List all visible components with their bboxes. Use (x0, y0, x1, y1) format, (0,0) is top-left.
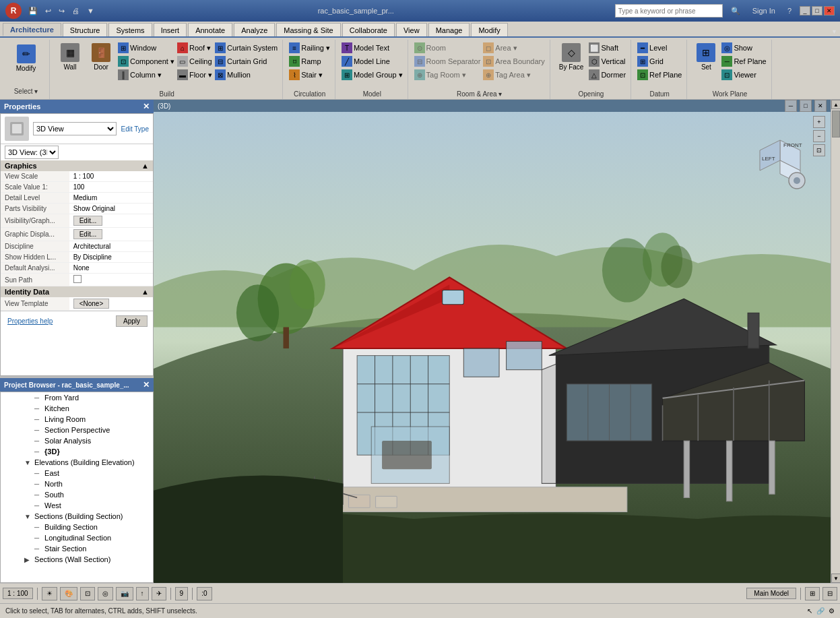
door-btn[interactable]: 🚪 Door (86, 41, 116, 73)
wall-btn[interactable]: ▦ Wall (55, 41, 85, 73)
vp-close[interactable]: ✕ (814, 100, 827, 112)
qa-save[interactable]: 💾 (26, 5, 40, 17)
prop-type-select[interactable]: 3D View (33, 122, 117, 135)
scroll-up-btn[interactable]: ▲ (831, 100, 840, 109)
pb-item-west[interactable]: ─ West (1, 500, 153, 511)
model-line-btn[interactable]: ╱ Model Line (341, 55, 403, 68)
pb-item-elevations[interactable]: ▼ Elevations (Building Elevation) (1, 457, 153, 468)
pb-item-kitchen[interactable]: ─ Kitchen (1, 403, 153, 414)
tab-architecture[interactable]: Architecture (3, 23, 61, 36)
pb-item-fromyard[interactable]: ─ From Yard (1, 392, 153, 403)
area-boundary-btn[interactable]: ⊡ Area Boundary (482, 55, 545, 68)
design-options-btn[interactable]: ⊟ (822, 587, 837, 600)
tab-collaborate[interactable]: Collaborate (342, 23, 395, 36)
prop-view-select[interactable]: 3D View: (3D) (5, 146, 59, 159)
tab-analyze[interactable]: Analyze (234, 23, 275, 36)
modify-btn[interactable]: ✏ Modify (7, 42, 45, 74)
tab-massing[interactable]: Massing & Site (276, 23, 340, 36)
scroll-down-btn[interactable]: ▼ (831, 574, 840, 583)
column-btn[interactable]: ║ Column ▾ (117, 68, 175, 82)
ref-plane2-btn[interactable]: ─ Ref Plane (721, 55, 767, 68)
pb-item-north[interactable]: ─ North (1, 478, 153, 489)
prop-parts-value[interactable]: Show Original (69, 204, 153, 214)
prop-apply-btn[interactable]: Apply (116, 315, 148, 327)
roof-btn[interactable]: ⌂ Roof ▾ (176, 41, 213, 55)
search-btn[interactable]: 🔍 (727, 5, 744, 17)
pb-item-stair-section[interactable]: ─ Stair Section (1, 543, 153, 554)
curtain-grid-btn[interactable]: ⊟ Curtain Grid (214, 55, 278, 68)
pb-item-south[interactable]: ─ South (1, 489, 153, 500)
area-btn[interactable]: ◻ Area ▾ (482, 41, 545, 55)
curtain-system-btn[interactable]: ⊞ Curtain System (214, 41, 278, 55)
template-btn[interactable]: <None> (73, 299, 110, 309)
close-btn[interactable]: ✕ (824, 6, 835, 16)
properties-close[interactable]: ✕ (143, 102, 150, 111)
vp-minimize[interactable]: ─ (785, 100, 797, 112)
set-btn[interactable]: ⊞ Set (692, 41, 719, 73)
coord-btn[interactable]: :0 (197, 587, 212, 600)
nav-cube[interactable]: LEFT FRONT (750, 133, 810, 194)
tab-structure[interactable]: Structure (63, 23, 108, 36)
vertical-btn[interactable]: ⬡ Vertical (588, 55, 626, 68)
qa-undo[interactable]: ↩ (42, 5, 54, 17)
tag-room-btn[interactable]: ⊕ Tag Room ▾ (414, 68, 482, 82)
qa-redo[interactable]: ↪ (56, 5, 67, 17)
tab-systems[interactable]: Systems (108, 23, 152, 36)
minimize-btn[interactable]: _ (800, 6, 810, 16)
vp-restore[interactable]: □ (800, 100, 812, 112)
railing-btn[interactable]: ≡ Railing ▾ (288, 41, 331, 55)
model-text-btn[interactable]: T Model Text (341, 41, 403, 55)
tab-view[interactable]: View (396, 23, 427, 36)
component-btn[interactable]: ⊡ Component ▾ (117, 55, 175, 68)
steering-btn[interactable]: ◎ (98, 587, 113, 600)
zoom-out-btn[interactable]: − (813, 130, 825, 142)
nav-btn[interactable]: ↑ (136, 587, 149, 600)
ramp-btn[interactable]: ⌑ Ramp (288, 55, 331, 68)
shaft-btn[interactable]: ⬜ Shaft (588, 41, 626, 55)
view-cube-btn[interactable]: ⊡ (80, 587, 95, 600)
scroll-thumb-v[interactable] (832, 111, 840, 137)
pb-item-3d[interactable]: ─ {3D} (1, 446, 153, 457)
tab-annotate[interactable]: Annotate (188, 23, 232, 36)
detail-btn[interactable]: 9 (175, 587, 189, 600)
camera-btn[interactable]: 📷 (116, 587, 133, 600)
pb-item-long-section[interactable]: ─ Longitudinal Section (1, 532, 153, 543)
tab-modify[interactable]: Modify (471, 23, 507, 36)
ref-plane-btn[interactable]: ⊡ Ref Plane (637, 68, 682, 82)
pb-item-livingroom[interactable]: ─ Living Room (1, 414, 153, 425)
tab-insert[interactable]: Insert (154, 23, 187, 36)
prop-viewscale-value[interactable]: 1 : 100 (69, 171, 153, 182)
sunpath-checkbox[interactable] (73, 275, 82, 283)
prop-analysis-value[interactable]: None (69, 263, 153, 274)
viewer-btn[interactable]: ⊡ Viewer (721, 68, 767, 82)
prop-detail-value[interactable]: Medium (69, 193, 153, 204)
pb-item-solar[interactable]: ─ Solar Analysis (1, 435, 153, 446)
tag-area-btn[interactable]: ⊕ Tag Area ▾ (482, 68, 545, 82)
graphics-section-header[interactable]: Graphics ▲ (1, 160, 153, 171)
project-browser[interactable]: ─ From Yard ─ Kitchen ─ Living Room ─ Se… (0, 392, 154, 583)
mullion-btn[interactable]: ⊠ Mullion (214, 68, 278, 82)
show-btn[interactable]: ◎ Show (721, 41, 767, 55)
pb-item-section-persp[interactable]: ─ Section Perspective (1, 425, 153, 435)
pb-item-sections-building[interactable]: ▼ Sections (Building Section) (1, 511, 153, 522)
stair-btn[interactable]: ⌇ Stair ▾ (288, 68, 331, 82)
qa-print[interactable]: 🖨 (69, 5, 82, 16)
search-input[interactable] (615, 4, 723, 18)
ribbon-expand[interactable]: ▼ (829, 27, 840, 36)
pb-item-east[interactable]: ─ East (1, 468, 153, 478)
prop-hidden-value[interactable]: By Discipline (69, 252, 153, 263)
floor-btn[interactable]: ▬ Floor ▾ (176, 68, 213, 82)
window-btn[interactable]: ⊞ Window (117, 41, 175, 55)
viewport[interactable]: (3D) ─ □ ✕ (154, 100, 831, 583)
room-btn[interactable]: ⊙ Room (414, 41, 482, 55)
grid-btn[interactable]: ⊞ Grid (637, 55, 682, 68)
level-btn[interactable]: ━ Level (637, 41, 682, 55)
prop-discipline-value[interactable]: Architectural (69, 241, 153, 252)
workset-btn[interactable]: ⊞ (805, 587, 820, 600)
prop-scalevalue-value[interactable]: 100 (69, 182, 153, 193)
render-btn[interactable]: 🎨 (60, 587, 77, 600)
viewport-scrollbar-v[interactable]: ▲ ▼ (831, 100, 840, 583)
room-sep-btn[interactable]: ⊟ Room Separator (414, 55, 482, 68)
ceiling-btn[interactable]: ▭ Ceiling (176, 55, 213, 68)
graphic-edit-btn[interactable]: Edit... (73, 229, 103, 239)
